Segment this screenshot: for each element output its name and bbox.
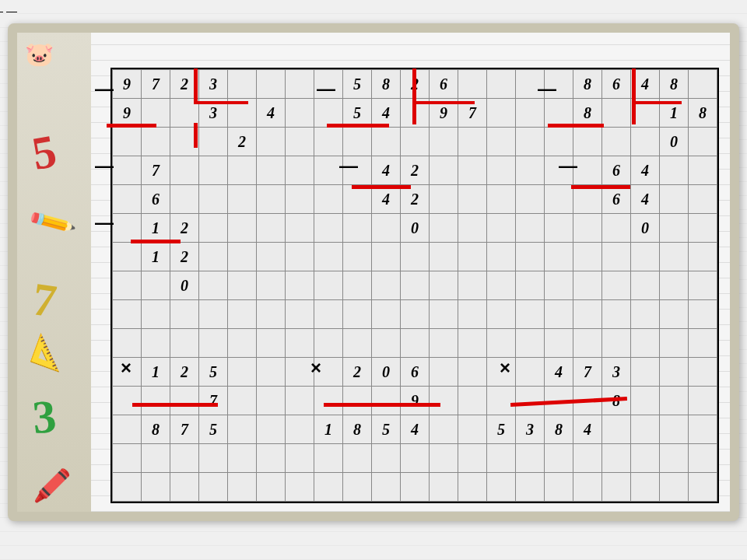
grid-cell: 8 (573, 70, 602, 99)
grid-cell: 5 (372, 415, 401, 444)
grid-cell (314, 214, 343, 243)
grid-cell (199, 444, 228, 473)
grid-cell (228, 473, 257, 502)
grid-cell (314, 271, 343, 300)
grid-cell (458, 214, 487, 243)
grid-cell: 1 (142, 243, 170, 271)
grid-cell (314, 185, 343, 214)
grid-cell (170, 300, 199, 329)
grid-cell (458, 185, 487, 214)
grid-cell: 6 (430, 70, 458, 99)
handwritten-line (571, 185, 630, 189)
grid-cell: 4 (631, 185, 660, 214)
grid-cell (660, 358, 689, 387)
handwritten-line (194, 101, 248, 104)
grid-cell (573, 444, 602, 473)
grid-cell (257, 358, 286, 387)
grid-cell: 7 (142, 70, 170, 99)
grid-cell: 7 (573, 358, 602, 387)
grid-cell (401, 128, 430, 156)
grid-cell (170, 387, 199, 415)
grid-cell: 2 (401, 156, 430, 185)
grid-cell: 1 (314, 415, 343, 444)
grid-cell (199, 128, 228, 156)
grid-cell (286, 214, 314, 243)
grid-cell (689, 473, 717, 502)
grid-cell: 7 (199, 387, 228, 415)
grid-cell (314, 329, 343, 358)
grid-cell (458, 444, 487, 473)
grid-cell: 9 (113, 99, 142, 128)
grid-cell: 9 (401, 387, 430, 415)
grid-cell (545, 185, 573, 214)
grid-cell (602, 329, 631, 358)
grid-cell (545, 99, 573, 128)
grid-cell (257, 214, 286, 243)
grid-cell (660, 156, 689, 185)
compass-icon: 📐 (28, 331, 72, 374)
grid-cell (257, 243, 286, 271)
grid-cell (631, 329, 660, 358)
grid-cell: 9 (113, 70, 142, 99)
grid-cell (573, 243, 602, 271)
grid-cell (314, 243, 343, 271)
grid-cell (257, 185, 286, 214)
grid-cell (516, 243, 545, 271)
multiply-sign: × (121, 357, 132, 379)
grid-cell (142, 128, 170, 156)
grid-cell (257, 300, 286, 329)
grid-cell (314, 99, 343, 128)
grid-cell: 6 (602, 156, 631, 185)
grid-cell (458, 473, 487, 502)
grid-cell (602, 243, 631, 271)
grid-cell (689, 70, 717, 99)
grid-cell (660, 329, 689, 358)
grid-cell (602, 444, 631, 473)
grid-cell (487, 185, 516, 214)
grid-cell (228, 300, 257, 329)
grid-cell (430, 387, 458, 415)
grid-cell (516, 271, 545, 300)
grid-cell (170, 329, 199, 358)
grid-cell (573, 214, 602, 243)
grid-cell (372, 214, 401, 243)
grid-cell (516, 99, 545, 128)
grid-cell: 2 (170, 358, 199, 387)
grid-cell (142, 329, 170, 358)
grid-cell (660, 415, 689, 444)
grid-cell (487, 243, 516, 271)
grid-cell (545, 444, 573, 473)
grid-cell (286, 329, 314, 358)
grid-cell (314, 128, 343, 156)
grid-cell (257, 271, 286, 300)
grid-cell: 8 (545, 415, 573, 444)
handwritten-line (327, 124, 389, 128)
multiply-sign: × (500, 357, 510, 379)
grid-cell (113, 185, 142, 214)
grid-cell: 8 (660, 70, 689, 99)
grid-cell (516, 300, 545, 329)
grid-cell (142, 387, 170, 415)
grid-cell (516, 358, 545, 387)
grid-cell (516, 444, 545, 473)
grid-cell (631, 128, 660, 156)
grid-cell (142, 444, 170, 473)
grid-cell (458, 415, 487, 444)
grid-cell (602, 473, 631, 502)
grid-cell (430, 444, 458, 473)
grid-cell: 8 (142, 415, 170, 444)
grid-cell (487, 387, 516, 415)
grid-cell (228, 214, 257, 243)
grid-cell (113, 444, 142, 473)
grid-cell: 3 (199, 70, 228, 99)
minus-sign: — (95, 212, 114, 233)
grid-cell (257, 128, 286, 156)
grid-cell (689, 300, 717, 329)
grid-cell: 0 (401, 214, 430, 243)
grid-cell (286, 415, 314, 444)
handwritten-line (131, 240, 181, 243)
grid-cell (314, 387, 343, 415)
grid-cell (689, 358, 717, 387)
grid-cell: 5 (343, 70, 372, 99)
grid-cell (257, 387, 286, 415)
